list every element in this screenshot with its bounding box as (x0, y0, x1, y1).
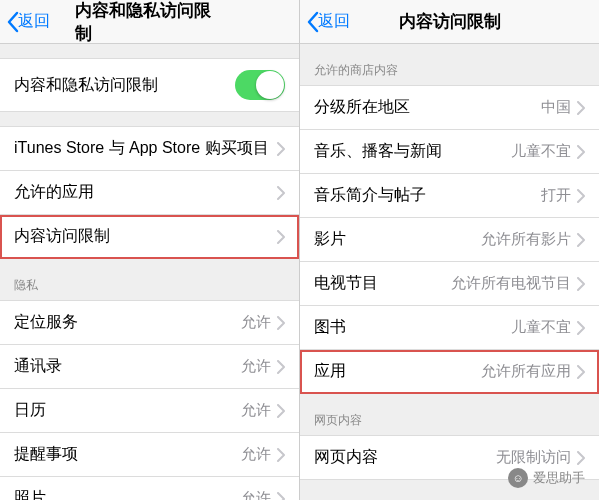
settings-group: SIRI网页搜索内容允许儿童不宜用语允许 (300, 494, 599, 500)
watermark-label: 爱思助手 (533, 469, 585, 487)
chevron-right-icon (577, 145, 585, 159)
chevron-right-icon (277, 230, 285, 244)
back-button[interactable]: 返回 (300, 11, 350, 33)
group-header: SIRI (300, 494, 599, 500)
watermark: ☺ 爱思助手 (508, 468, 585, 488)
settings-row[interactable]: 影片允许所有影片 (300, 218, 599, 262)
row-value: 允许 (241, 313, 271, 332)
right-scroll[interactable]: 允许的商店内容分级所在地区中国音乐、播客与新闻儿童不宜音乐简介与帖子打开影片允许… (300, 44, 599, 500)
settings-row[interactable]: 电视节目允许所有电视节目 (300, 262, 599, 306)
settings-row[interactable]: 应用允许所有应用 (300, 350, 599, 394)
row-label: 音乐简介与帖子 (314, 185, 541, 206)
toggle-knob (256, 71, 284, 99)
group-header: 网页内容 (300, 408, 599, 435)
row-label: 影片 (314, 229, 481, 250)
settings-row[interactable]: 音乐简介与帖子打开 (300, 174, 599, 218)
back-label: 返回 (18, 11, 50, 32)
row-label: 网页内容 (314, 447, 496, 468)
row-label: iTunes Store 与 App Store 购买项目 (14, 138, 277, 159)
row-value: 无限制访问 (496, 448, 571, 467)
row-label: 定位服务 (14, 312, 241, 333)
row-value: 中国 (541, 98, 571, 117)
chevron-right-icon (277, 142, 285, 156)
left-pane: 返回 内容和隐私访问限制 内容和隐私访问限制iTunes Store 与 App… (0, 0, 300, 500)
row-label: 应用 (314, 361, 481, 382)
settings-group: 隐私定位服务允许通讯录允许日历允许提醒事项允许照片允许共享我的位置允许蓝牙共享允… (0, 273, 299, 500)
row-label: 允许的应用 (14, 182, 277, 203)
chevron-right-icon (577, 451, 585, 465)
chevron-right-icon (577, 277, 585, 291)
chevron-right-icon (577, 101, 585, 115)
row-label: 照片 (14, 488, 241, 500)
row-label: 分级所在地区 (314, 97, 541, 118)
chevron-right-icon (277, 186, 285, 200)
row-value: 打开 (541, 186, 571, 205)
row-value: 允许 (241, 445, 271, 464)
row-value: 儿童不宜 (511, 318, 571, 337)
row-value: 允许 (241, 357, 271, 376)
settings-row[interactable]: 定位服务允许 (0, 300, 299, 345)
settings-row[interactable]: 内容和隐私访问限制 (0, 58, 299, 112)
settings-row[interactable]: 日历允许 (0, 389, 299, 433)
row-value: 儿童不宜 (511, 142, 571, 161)
row-label: 内容访问限制 (14, 226, 277, 247)
chevron-right-icon (577, 233, 585, 247)
back-button[interactable]: 返回 (0, 11, 50, 33)
page-title: 内容和隐私访问限制 (75, 0, 225, 45)
row-label: 图书 (314, 317, 511, 338)
watermark-icon: ☺ (508, 468, 528, 488)
row-value: 允许所有电视节目 (451, 274, 571, 293)
settings-row[interactable]: 音乐、播客与新闻儿童不宜 (300, 130, 599, 174)
settings-row[interactable]: 通讯录允许 (0, 345, 299, 389)
row-label: 电视节目 (314, 273, 451, 294)
row-value: 允许所有应用 (481, 362, 571, 381)
chevron-right-icon (277, 316, 285, 330)
settings-row[interactable]: 分级所在地区中国 (300, 85, 599, 130)
row-label: 通讯录 (14, 356, 241, 377)
chevron-right-icon (277, 492, 285, 501)
settings-row[interactable]: 内容访问限制 (0, 215, 299, 259)
row-value: 允许所有影片 (481, 230, 571, 249)
row-value: 允许 (241, 401, 271, 420)
settings-row[interactable]: 提醒事项允许 (0, 433, 299, 477)
row-label: 提醒事项 (14, 444, 241, 465)
settings-group: 内容和隐私访问限制 (0, 58, 299, 112)
row-label: 内容和隐私访问限制 (14, 75, 235, 96)
back-label: 返回 (318, 11, 350, 32)
chevron-right-icon (277, 448, 285, 462)
chevron-right-icon (577, 189, 585, 203)
toggle-switch[interactable] (235, 70, 285, 100)
left-scroll[interactable]: 内容和隐私访问限制iTunes Store 与 App Store 购买项目允许… (0, 44, 299, 500)
left-header: 返回 内容和隐私访问限制 (0, 0, 299, 44)
settings-row[interactable]: 图书儿童不宜 (300, 306, 599, 350)
settings-row[interactable]: iTunes Store 与 App Store 购买项目 (0, 126, 299, 171)
chevron-right-icon (277, 404, 285, 418)
chevron-right-icon (577, 365, 585, 379)
row-value: 允许 (241, 489, 271, 500)
right-header: 返回 内容访问限制 (300, 0, 599, 44)
settings-group: iTunes Store 与 App Store 购买项目允许的应用内容访问限制 (0, 126, 299, 259)
chevron-right-icon (277, 360, 285, 374)
group-header: 允许的商店内容 (300, 58, 599, 85)
page-title: 内容访问限制 (399, 10, 501, 33)
right-pane: 返回 内容访问限制 允许的商店内容分级所在地区中国音乐、播客与新闻儿童不宜音乐简… (300, 0, 599, 500)
settings-group: 允许的商店内容分级所在地区中国音乐、播客与新闻儿童不宜音乐简介与帖子打开影片允许… (300, 58, 599, 394)
settings-row[interactable]: 允许的应用 (0, 171, 299, 215)
row-label: 音乐、播客与新闻 (314, 141, 511, 162)
chevron-right-icon (577, 321, 585, 335)
group-header: 隐私 (0, 273, 299, 300)
row-label: 日历 (14, 400, 241, 421)
settings-row[interactable]: 照片允许 (0, 477, 299, 500)
